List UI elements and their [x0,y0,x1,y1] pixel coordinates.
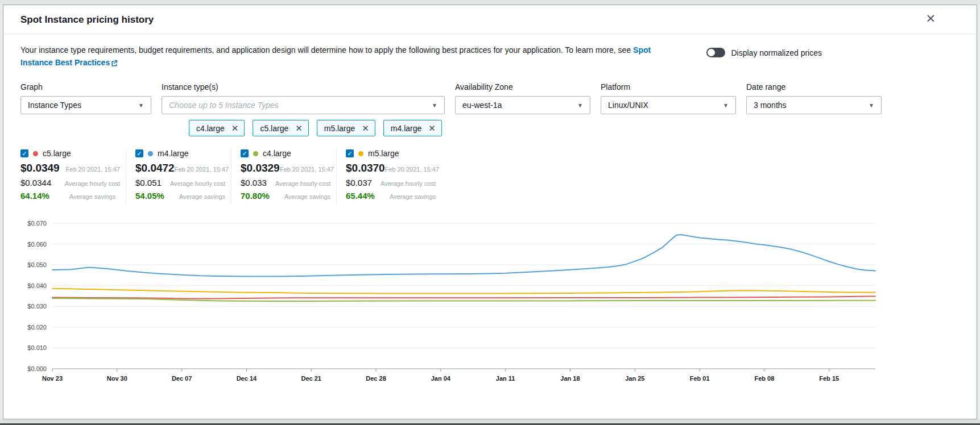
instance-type-tag: c5.large✕ [253,120,308,136]
availability-zone-label: Availability Zone [455,82,590,91]
tag-label: c5.large [260,124,288,133]
average-savings: 54.05% [135,191,179,201]
price-history-chart: $0.000$0.010$0.020$0.030$0.040$0.050$0.0… [3,204,977,385]
series-name: c5.large [43,149,71,158]
svg-text:$0.020: $0.020 [27,324,47,331]
series-line-m4.large [52,235,875,277]
platform-value: Linux/UNIX [608,101,648,110]
tag-remove-icon[interactable]: ✕ [428,124,436,132]
legend-card: ✓ m4.large $0.0472 Feb 20 2021, 15:47 $0… [126,149,231,204]
tag-label: m5.large [324,124,355,133]
chevron-down-icon: ▼ [869,102,874,109]
average-savings-label: Average savings [69,193,115,200]
date-range-select[interactable]: 3 months ▼ [746,96,882,114]
intro-text-body: Your instance type requirements, budget … [20,45,633,55]
graph-field: Graph Instance Types ▼ [20,82,151,114]
graph-label: Graph [20,82,151,91]
graph-select-value: Instance Types [28,101,81,110]
chevron-down-icon: ▼ [432,102,437,109]
legend-card: ✓ c5.large $0.0349 Feb 20 2021, 15:47 $0… [20,149,126,204]
current-price: $0.0370 [346,162,385,174]
tag-remove-icon[interactable]: ✕ [231,124,239,132]
svg-text:$0.010: $0.010 [27,345,47,352]
availability-zone-field: Availability Zone eu-west-1a ▼ [455,82,590,114]
series-name: m5.large [368,149,399,158]
legend-cards: ✓ c5.large $0.0349 Feb 20 2021, 15:47 $0… [3,136,977,204]
price-timestamp: Feb 20 2021, 15:47 [175,166,229,173]
instance-types-placeholder: Choose up to 5 Instance Types [169,101,279,110]
tag-label: m4.large [391,124,421,133]
instance-type-tags: c4.large✕c5.large✕m5.large✕m4.large✕ [3,114,977,136]
series-checkbox[interactable]: ✓ [241,149,249,157]
average-hourly-cost-label: Average hourly cost [275,180,330,187]
svg-text:Nov 23: Nov 23 [42,375,63,382]
average-savings: 64.14% [20,191,69,201]
svg-text:Jan 11: Jan 11 [496,375,515,382]
availability-zone-select[interactable]: eu-west-1a ▼ [455,96,590,114]
svg-text:Nov 30: Nov 30 [107,375,127,382]
graph-select[interactable]: Instance Types ▼ [20,96,151,114]
average-savings: 65.44% [346,191,390,201]
average-hourly-cost: $0.051 [135,178,170,188]
toggle-knob [708,49,715,56]
page-title: Spot Instance pricing history [20,14,154,25]
instance-types-input[interactable]: Choose up to 5 Instance Types ▼ [162,96,445,114]
svg-text:Dec 14: Dec 14 [237,375,257,382]
chevron-down-icon: ▼ [577,102,583,109]
instance-type-tag: m5.large✕ [317,120,375,136]
price-timestamp: Feb 20 2021, 15:47 [385,166,439,173]
series-checkbox[interactable]: ✓ [346,149,354,157]
average-hourly-cost-label: Average hourly cost [170,180,225,187]
svg-text:Dec 21: Dec 21 [301,375,321,382]
series-color-dot [33,151,38,156]
series-color-dot [253,151,258,156]
svg-text:Feb 01: Feb 01 [690,375,710,382]
current-price: $0.0472 [135,162,175,174]
spot-pricing-dialog: Spot Instance pricing history ✕ Your ins… [3,5,977,419]
platform-field: Platform Linux/UNIX ▼ [601,82,736,114]
svg-text:Dec 07: Dec 07 [172,375,192,382]
chevron-down-icon: ▼ [138,102,144,109]
platform-label: Platform [601,82,736,91]
chevron-down-icon: ▼ [723,102,729,109]
price-chart-svg: $0.000$0.010$0.020$0.030$0.040$0.050$0.0… [19,214,929,385]
intro-row: Your instance type requirements, budget … [3,34,977,71]
average-savings: 70.80% [241,191,284,201]
external-link-icon [111,60,118,66]
controls-row: Graph Instance Types ▼ Instance type(s) … [3,71,977,114]
svg-text:Dec 28: Dec 28 [366,375,386,382]
average-savings-label: Average savings [390,193,436,200]
date-range-value: 3 months [754,101,787,110]
svg-text:$0.060: $0.060 [27,241,47,248]
series-color-dot [358,151,363,156]
svg-text:Jan 04: Jan 04 [431,375,451,382]
series-checkbox[interactable]: ✓ [135,149,143,157]
series-name: m4.large [158,149,188,158]
page-background-strip-bottom [0,419,980,425]
series-checkbox[interactable]: ✓ [20,149,28,157]
date-range-label: Date range [746,82,882,91]
instance-types-field: Instance type(s) Choose up to 5 Instance… [162,82,445,114]
legend-card: ✓ m5.large $0.0370 Feb 20 2021, 15:47 $0… [336,149,441,204]
tag-remove-icon[interactable]: ✕ [362,124,369,132]
display-normalized-prices-toggle[interactable] [706,48,725,57]
average-hourly-cost-label: Average hourly cost [381,180,436,187]
price-timestamp: Feb 20 2021, 15:47 [66,166,120,173]
series-name: c4.large [263,149,291,158]
average-savings-label: Average savings [284,193,330,200]
current-price: $0.0349 [20,162,66,174]
date-range-field: Date range 3 months ▼ [746,82,882,114]
dialog-header: Spot Instance pricing history ✕ [3,5,977,34]
average-hourly-cost: $0.037 [346,178,381,188]
tag-remove-icon[interactable]: ✕ [295,124,303,132]
close-icon[interactable]: ✕ [925,13,936,25]
platform-select[interactable]: Linux/UNIX ▼ [601,96,736,114]
page-background-strip [0,0,980,5]
series-color-dot [148,151,153,156]
svg-text:Jan 18: Jan 18 [560,375,580,382]
series-line-m5.large [52,289,875,294]
svg-text:$0.050: $0.050 [27,262,47,269]
intro-text: Your instance type requirements, budget … [20,44,669,69]
svg-text:$0.040: $0.040 [27,282,47,289]
price-timestamp: Feb 20 2021, 15:47 [280,166,334,173]
